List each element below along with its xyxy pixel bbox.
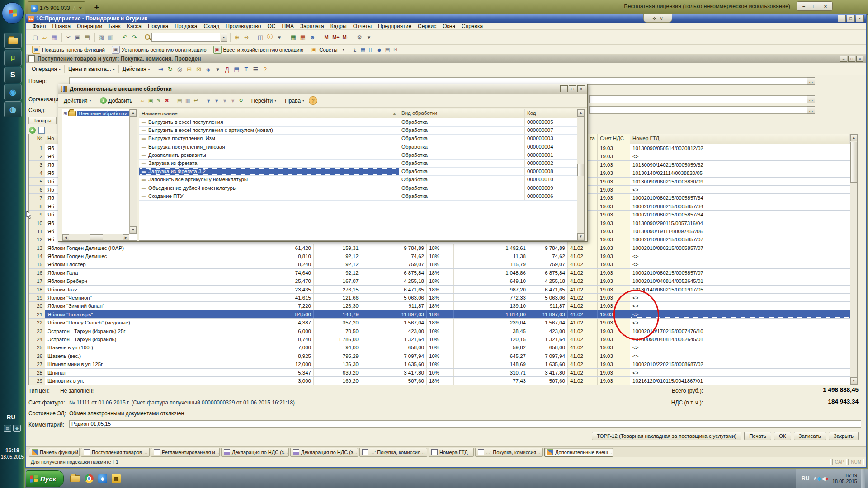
columns-icon[interactable]: ◫	[367, 46, 375, 53]
1c-app-icon[interactable]: ▦	[112, 474, 121, 483]
17[interactable]: 17 Яблоки Бреберн 25,470 167,07 4 255,18…	[29, 277, 857, 285]
18[interactable]: 18 Яблоки Jazz 23,435 276,15 6 471,65 18…	[29, 286, 857, 294]
menu-item[interactable]: Сервис	[415, 23, 439, 29]
menu-item[interactable]: Файл	[30, 23, 49, 29]
box-icon[interactable]: ⊡	[392, 46, 399, 53]
search-input[interactable]	[151, 33, 220, 42]
menu-item[interactable]: Правка	[50, 23, 74, 29]
copy-item-icon[interactable]: ▣	[147, 97, 155, 104]
window-button[interactable]: ...: Покупка, комиссия...	[475, 448, 543, 457]
add-button[interactable]: +Добавить	[96, 96, 136, 105]
21[interactable]: 21 Яблоки "Богатырь" 84,500 140,79 11 89…	[29, 310, 857, 319]
caret-icon[interactable]: ▾	[275, 33, 284, 42]
doc-toolbar-button[interactable]: Цены и валюта...▾	[64, 65, 118, 73]
list-vscrollbar[interactable]: ▲ ▼	[577, 109, 584, 240]
help-icon[interactable]: ?	[260, 65, 269, 74]
filter-by-value-icon[interactable]: ▼	[221, 97, 229, 104]
footer-button[interactable]: Печать	[744, 432, 771, 440]
people-icon[interactable]: ☻	[375, 46, 383, 53]
chrome-icon[interactable]	[85, 474, 94, 483]
caret-icon[interactable]: ▾	[213, 65, 222, 74]
13[interactable]: 13 Яблоки Голден Делишес (ЮАР) 61,420 15…	[29, 244, 857, 252]
document-caption[interactable]: Поступление товаров и услуг: Покупка, ко…	[26, 55, 866, 63]
menu-item[interactable]: Банк	[106, 23, 123, 29]
footer-button[interactable]: Закрыть	[829, 432, 859, 440]
shield-icon[interactable]: ◆	[13, 425, 21, 432]
doc-toolbar-button[interactable]: Операция▾	[28, 65, 64, 73]
organization-select-button[interactable]: ...	[807, 95, 815, 103]
service-button[interactable]: ▣ Показать панель функций	[29, 45, 108, 54]
volume-icon[interactable]: ◀	[821, 475, 825, 482]
menu-item[interactable]: Предприятие	[375, 23, 414, 29]
chevron-down-icon[interactable]: ∨	[660, 16, 663, 21]
preview-icon[interactable]: ▥	[106, 33, 115, 42]
footer-button[interactable]: ТОРГ-12 (Товарная накладная за поставщик…	[592, 432, 741, 440]
language-indicator[interactable]: RU	[802, 475, 809, 482]
windows-icon[interactable]: ◫	[256, 33, 265, 42]
organization-input[interactable]	[589, 95, 807, 103]
doc-toolbar-button[interactable]: Действия▾	[118, 65, 154, 73]
processor-row[interactable]: ▬Выгрузка поступления_типовая Обработка …	[139, 143, 584, 151]
number-select-button[interactable]: ...	[807, 77, 815, 85]
info-icon[interactable]: ⓘ	[265, 33, 274, 42]
keyboard-icon[interactable]: ▤	[4, 425, 11, 432]
copy-doc-icon[interactable]: ⊠	[194, 65, 203, 74]
list-header[interactable]: Наименование▲ Вид обработки Код	[139, 109, 584, 118]
menu-item[interactable]: Операции	[74, 23, 105, 29]
goto-button[interactable]: Перейти▾	[248, 97, 280, 105]
favorite-star-icon[interactable]: ☆	[72, 5, 77, 11]
skype-icon[interactable]: S	[4, 67, 22, 83]
filter-clear-icon[interactable]: ▼	[229, 97, 237, 104]
menu-item[interactable]: Склад	[201, 23, 222, 29]
delete-icon[interactable]: ✖	[163, 97, 171, 104]
window-button[interactable]: Номера ГТД	[429, 448, 474, 457]
start-button[interactable]: Пуск	[26, 470, 64, 487]
menu-item[interactable]: Отчеты	[350, 23, 374, 29]
table-scrollbar[interactable]: ▲ ▼	[850, 134, 857, 385]
menu-item[interactable]: Продажа	[172, 23, 200, 29]
list-icon[interactable]: ▤	[383, 46, 391, 53]
rights-button[interactable]: Права▾	[281, 97, 308, 105]
close-session-icon[interactable]: ×	[79, 5, 82, 11]
help-icon[interactable]: ?	[309, 96, 317, 105]
dtkt-icon[interactable]: Д	[222, 65, 231, 74]
20[interactable]: 20 Яблоки "Зимний банан" 7,220 126,30 91…	[29, 302, 857, 310]
users-icon[interactable]: ☻	[308, 33, 317, 42]
calendar-icon[interactable]: ▦	[298, 33, 307, 42]
utorrent-icon[interactable]: µ	[4, 50, 22, 66]
menu-item[interactable]: Покупка	[145, 23, 171, 29]
select-icon[interactable]: ▥	[184, 97, 192, 104]
refresh-icon[interactable]: ↻	[237, 97, 245, 104]
window-button[interactable]: Декларация по НДС (з...	[290, 448, 358, 457]
structure-icon[interactable]: Т	[241, 65, 250, 74]
register-icon[interactable]: ▤	[232, 65, 241, 74]
sum-table-icon[interactable]: Σ	[351, 46, 359, 53]
processor-row[interactable]: ▬Загрузка из Фрегата 3.2 Обработка 00000…	[139, 168, 584, 176]
add-row-icon[interactable]: +	[29, 127, 36, 134]
fullscreen-icon[interactable]: ✛	[652, 16, 656, 21]
zoom-in-icon[interactable]: ⊕	[232, 33, 241, 42]
menu-item[interactable]: ОС	[264, 23, 278, 29]
edit-icon[interactable]: ✎	[155, 97, 163, 104]
menu-item[interactable]: Зарплата	[297, 23, 327, 29]
24[interactable]: 24 Эстрагон - Тархун (Израиль) 0,740 1 7…	[29, 335, 857, 343]
scroll-up-icon[interactable]: ▲	[850, 134, 857, 141]
rows-icon[interactable]: ☰	[251, 65, 260, 74]
based-on-icon[interactable]: ◈	[203, 65, 212, 74]
search-dropdown-icon[interactable]: ▾	[221, 33, 227, 42]
hierarchy-icon[interactable]: ▤	[176, 97, 184, 104]
tree-hscrollbar[interactable]: ◀ ▶	[62, 234, 129, 240]
processor-row[interactable]: ▬Выгрузить в excel поступления Обработка…	[139, 118, 584, 127]
caret-icon[interactable]: ▾	[364, 33, 373, 42]
redo-icon[interactable]: ↷	[130, 33, 139, 42]
start-orb-icon[interactable]	[2, 2, 24, 24]
27[interactable]: 27 Шпинат мини в уп 125г 12,000 136,30 1…	[29, 360, 857, 368]
browser-icon[interactable]: ◍	[4, 101, 22, 117]
warehouse-select-button[interactable]: ...	[807, 106, 815, 114]
service-button[interactable]: ▣ Советы	[307, 45, 340, 54]
tree-root-item[interactable]: ⊞ Внешние обработки	[62, 109, 137, 117]
mem-plus[interactable]: М+	[331, 33, 340, 42]
paste-icon[interactable]: ▤	[83, 33, 92, 42]
processor-row[interactable]: ▬Выгрузить в excel поступления с артикул…	[139, 127, 584, 135]
menu-item[interactable]: Производство	[223, 23, 264, 29]
